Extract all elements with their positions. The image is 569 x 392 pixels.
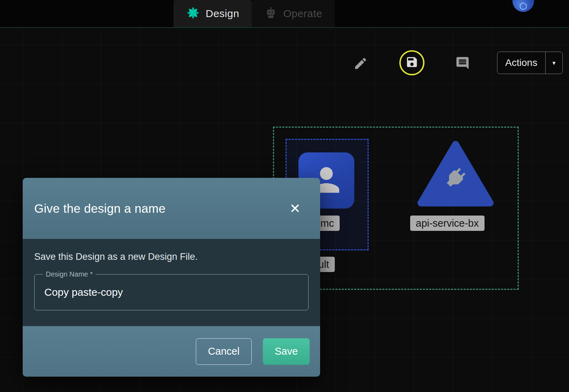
modal-description: Save this Design as a new Design File. — [34, 251, 309, 262]
mode-tabs: Design Operate — [173, 0, 335, 27]
chevron-down-icon[interactable]: ▼ — [546, 60, 562, 66]
meshery-app: Design Operate — [0, 0, 569, 392]
comment-button[interactable] — [455, 56, 471, 72]
node-label-text: api-service-bx — [416, 218, 479, 229]
modal-header: Give the design a name ✕ — [23, 178, 320, 239]
save-button[interactable] — [399, 50, 424, 75]
save-confirm-button[interactable]: Save — [263, 338, 310, 365]
actions-button-label: Actions — [497, 57, 545, 68]
design-name-input[interactable] — [35, 286, 308, 298]
modal-title: Give the design a name — [34, 202, 165, 216]
design-name-label: Design Name * — [43, 270, 96, 278]
tab-operate[interactable]: Operate — [252, 0, 335, 27]
robot-icon — [264, 6, 278, 21]
node-label-chip[interactable]: api-service-bx — [410, 216, 485, 231]
floppy-disk-icon — [405, 55, 419, 70]
tab-operate-label: Operate — [283, 8, 322, 20]
modal-footer: Cancel Save — [23, 326, 320, 377]
top-bar: Design Operate — [0, 0, 569, 28]
node-label-text: mc — [320, 218, 334, 229]
save-design-modal: Give the design a name ✕ Save this Desig… — [23, 178, 320, 377]
api-service-node[interactable] — [415, 139, 496, 210]
design-name-field: Design Name * — [34, 274, 309, 310]
pencil-icon — [353, 56, 368, 72]
edit-button[interactable] — [353, 56, 369, 72]
close-icon[interactable]: ✕ — [287, 200, 303, 217]
tab-design[interactable]: Design — [173, 0, 252, 27]
meshery-logo-icon — [186, 6, 200, 21]
comment-bubble-icon — [455, 56, 470, 72]
tab-design-label: Design — [206, 8, 239, 20]
modal-body: Save this Design as a new Design File. D… — [23, 239, 320, 326]
cancel-button[interactable]: Cancel — [196, 338, 252, 365]
actions-button[interactable]: Actions ▼ — [497, 52, 563, 74]
user-avatar[interactable] — [512, 0, 534, 12]
